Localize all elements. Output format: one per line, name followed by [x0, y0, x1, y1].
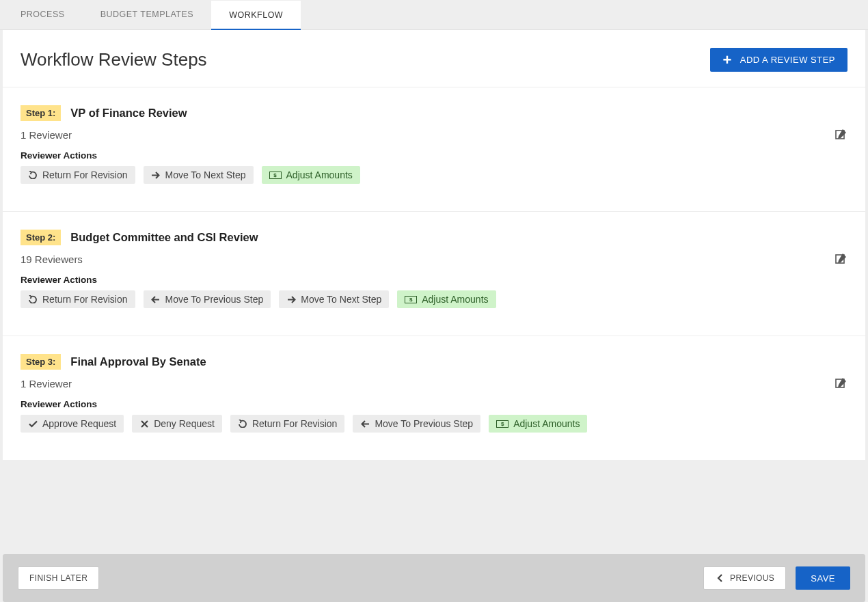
footer-bar: FINISH LATER PREVIOUS SAVE	[3, 554, 865, 602]
action-label: Deny Request	[154, 418, 215, 429]
undo-icon	[28, 295, 38, 303]
reviewer-count: 19 Reviewers	[21, 254, 847, 265]
action-label: Adjust Amounts	[286, 169, 353, 180]
workflow-step: Step 1: VP of Finance Review 1 Reviewer …	[3, 87, 865, 212]
action-prev: Move To Previous Step	[353, 415, 480, 433]
action-label: Adjust Amounts	[422, 294, 488, 305]
action-label: Adjust Amounts	[513, 418, 580, 429]
reviewer-actions-label: Reviewer Actions	[21, 275, 847, 285]
action-label: Return For Revision	[42, 169, 128, 180]
page-title: Workflow Review Steps	[21, 49, 207, 70]
tab-workflow[interactable]: WORKFLOW	[211, 1, 301, 30]
action-label: Move To Next Step	[165, 169, 246, 180]
x-icon	[139, 420, 149, 428]
action-label: Move To Next Step	[301, 294, 381, 305]
finish-later-button[interactable]: FINISH LATER	[18, 566, 99, 590]
save-button[interactable]: SAVE	[796, 566, 850, 590]
previous-button[interactable]: PREVIOUS	[703, 566, 786, 590]
action-label: Approve Request	[42, 418, 116, 429]
edit-step-button[interactable]	[835, 128, 847, 141]
workflow-panel: Workflow Review Steps + ADD A REVIEW STE…	[3, 30, 865, 460]
cash-icon: $	[496, 420, 508, 428]
undo-icon	[28, 171, 38, 179]
reviewer-actions-label: Reviewer Actions	[21, 399, 847, 409]
action-adjust-amounts: $ Adjust Amounts	[262, 166, 360, 184]
action-label: Return For Revision	[42, 294, 128, 305]
arrow-left-icon	[151, 296, 161, 303]
step-title: VP of Finance Review	[70, 107, 187, 120]
edit-step-button[interactable]	[835, 377, 847, 389]
reviewer-count: 1 Reviewer	[21, 129, 847, 141]
step-title: Final Approval By Senate	[70, 355, 206, 368]
step-badge: Step 2:	[21, 230, 61, 245]
action-return: Return For Revision	[230, 415, 345, 433]
arrow-left-icon	[360, 420, 370, 428]
undo-icon	[238, 420, 247, 428]
action-next: Move To Next Step	[279, 290, 389, 308]
step-badge: Step 3:	[21, 354, 61, 370]
add-review-step-button[interactable]: + ADD A REVIEW STEP	[710, 48, 847, 72]
previous-label: PREVIOUS	[730, 573, 774, 583]
cash-icon: $	[405, 296, 417, 303]
action-adjust-amounts: $ Adjust Amounts	[397, 290, 496, 308]
tab-bar: PROCESS BUDGET TEMPLATES WORKFLOW	[0, 0, 868, 30]
action-label: Return For Revision	[252, 418, 338, 429]
tab-budget-templates[interactable]: BUDGET TEMPLATES	[83, 0, 212, 29]
reviewer-count: 1 Reviewer	[21, 378, 847, 389]
cash-icon: $	[269, 172, 282, 179]
reviewer-actions-label: Reviewer Actions	[21, 150, 847, 161]
workflow-step: Step 3: Final Approval By Senate 1 Revie…	[3, 336, 865, 460]
action-return: Return For Revision	[21, 290, 135, 308]
reviewer-actions: Approve Request Deny Request Return For …	[21, 415, 847, 433]
arrow-right-icon	[286, 296, 296, 303]
step-badge: Step 1:	[21, 105, 61, 121]
action-approve: Approve Request	[21, 415, 124, 433]
action-return: Return For Revision	[21, 166, 135, 184]
check-icon	[28, 420, 38, 428]
action-deny: Deny Request	[132, 415, 222, 433]
action-prev: Move To Previous Step	[144, 290, 271, 308]
arrow-right-icon	[151, 172, 161, 179]
tab-process[interactable]: PROCESS	[3, 0, 83, 29]
action-next: Move To Next Step	[144, 166, 254, 184]
reviewer-actions: Return For Revision Move To Previous Ste…	[21, 290, 847, 308]
step-title: Budget Committee and CSI Review	[70, 231, 258, 244]
workflow-step: Step 2: Budget Committee and CSI Review …	[3, 212, 865, 336]
edit-step-button[interactable]	[835, 253, 847, 265]
action-adjust-amounts: $ Adjust Amounts	[489, 415, 587, 433]
add-review-step-label: ADD A REVIEW STEP	[740, 55, 835, 65]
reviewer-actions: Return For Revision Move To Next Step $ …	[21, 166, 847, 184]
action-label: Move To Previous Step	[375, 418, 473, 429]
chevron-left-icon	[715, 574, 724, 582]
action-label: Move To Previous Step	[165, 294, 264, 305]
